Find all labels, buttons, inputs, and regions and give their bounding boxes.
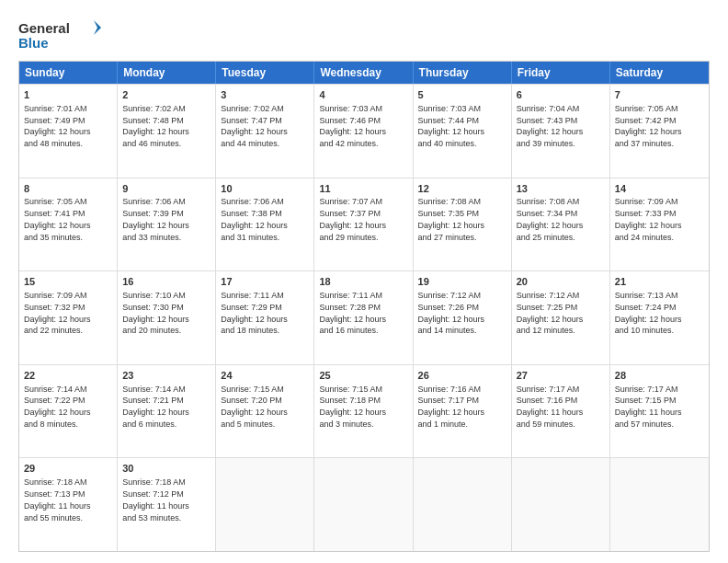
cell-info: Daylight: 12 hours	[615, 221, 682, 230]
day-number: 6	[517, 88, 605, 102]
cell-info: and 14 minutes.	[418, 326, 477, 335]
cell-info: Daylight: 12 hours	[122, 127, 189, 136]
cell-info: Daylight: 12 hours	[24, 127, 91, 136]
cell-info: and 44 minutes.	[221, 139, 279, 148]
cell-info: Daylight: 12 hours	[418, 408, 485, 417]
cell-info: Sunset: 7:29 PM	[221, 303, 282, 312]
cell-info: Sunset: 7:28 PM	[319, 303, 381, 312]
cell-info: Daylight: 12 hours	[319, 408, 386, 417]
day-number: 7	[615, 88, 704, 102]
day-number: 11	[319, 182, 407, 196]
cell-info: and 55 minutes.	[24, 513, 83, 523]
day-number: 27	[517, 369, 605, 383]
cell-info: Daylight: 12 hours	[24, 408, 91, 417]
day-number: 2	[122, 88, 210, 102]
cell-info: Sunset: 7:37 PM	[319, 209, 381, 218]
calendar-cell: 4Sunrise: 7:03 AMSunset: 7:46 PMDaylight…	[314, 85, 413, 178]
calendar-body: 1Sunrise: 7:01 AMSunset: 7:49 PMDaylight…	[19, 84, 709, 551]
cell-info: Sunrise: 7:08 AM	[517, 197, 580, 206]
day-number: 16	[122, 275, 210, 289]
svg-text:General: General	[18, 20, 70, 36]
cell-info: and 53 minutes.	[122, 513, 181, 523]
cell-info: Sunrise: 7:17 AM	[615, 385, 678, 394]
calendar-cell: 22Sunrise: 7:14 AMSunset: 7:22 PMDayligh…	[19, 365, 118, 458]
cell-info: Daylight: 11 hours	[517, 408, 584, 417]
cell-info: Daylight: 12 hours	[221, 221, 288, 230]
day-number: 8	[24, 182, 112, 196]
cell-info: Sunrise: 7:14 AM	[24, 385, 87, 394]
cell-info: Daylight: 12 hours	[319, 315, 386, 324]
cell-info: Sunset: 7:49 PM	[24, 116, 85, 125]
calendar-cell: 25Sunrise: 7:15 AMSunset: 7:18 PMDayligh…	[314, 365, 413, 458]
day-number: 13	[517, 182, 605, 196]
cell-info: Sunset: 7:17 PM	[418, 396, 480, 405]
cell-info: Sunset: 7:20 PM	[221, 396, 282, 405]
calendar-cell: 2Sunrise: 7:02 AMSunset: 7:48 PMDaylight…	[118, 85, 216, 178]
cell-info: Daylight: 11 hours	[24, 501, 91, 511]
day-number: 1	[24, 88, 112, 102]
cell-info: Sunset: 7:22 PM	[24, 396, 85, 405]
cell-info: Sunrise: 7:12 AM	[517, 291, 580, 300]
cell-info: Daylight: 12 hours	[517, 315, 584, 324]
day-number: 4	[319, 88, 407, 102]
cell-info: Daylight: 12 hours	[221, 408, 288, 417]
calendar-cell: 7Sunrise: 7:05 AMSunset: 7:42 PMDaylight…	[610, 85, 709, 178]
cell-info: Sunset: 7:18 PM	[319, 396, 381, 405]
cell-info: Sunset: 7:35 PM	[418, 209, 480, 218]
calendar-cell: 15Sunrise: 7:09 AMSunset: 7:32 PMDayligh…	[19, 271, 118, 364]
cell-info: and 37 minutes.	[615, 139, 674, 148]
day-number: 14	[615, 182, 704, 196]
cell-info: Sunset: 7:30 PM	[122, 303, 184, 312]
cell-info: Sunset: 7:33 PM	[615, 209, 677, 218]
cell-info: Sunrise: 7:09 AM	[24, 291, 87, 300]
calendar-row: 1Sunrise: 7:01 AMSunset: 7:49 PMDaylight…	[19, 84, 709, 178]
cell-info: Sunset: 7:41 PM	[24, 209, 85, 218]
calendar: SundayMondayTuesdayWednesdayThursdayFrid…	[18, 61, 710, 552]
day-number: 19	[418, 275, 506, 289]
cell-info: Sunrise: 7:05 AM	[615, 104, 678, 113]
cell-info: and 24 minutes.	[615, 233, 674, 242]
calendar-cell: 5Sunrise: 7:03 AMSunset: 7:44 PMDaylight…	[414, 85, 512, 178]
logo-icon: General Blue	[18, 17, 101, 52]
cell-info: Sunrise: 7:03 AM	[319, 104, 382, 113]
day-number: 26	[418, 369, 506, 383]
cell-info: Sunset: 7:46 PM	[319, 116, 381, 125]
calendar-cell: 28Sunrise: 7:17 AMSunset: 7:15 PMDayligh…	[610, 365, 709, 458]
calendar-row: 8Sunrise: 7:05 AMSunset: 7:41 PMDaylight…	[19, 178, 709, 271]
calendar-cell: 16Sunrise: 7:10 AMSunset: 7:30 PMDayligh…	[118, 271, 216, 364]
cell-info: and 39 minutes.	[517, 139, 575, 148]
cell-info: Daylight: 11 hours	[615, 408, 682, 417]
cell-info: and 1 minute.	[418, 419, 469, 429]
cell-info: Sunrise: 7:18 AM	[24, 477, 87, 487]
cell-info: Sunset: 7:39 PM	[122, 209, 184, 218]
cell-info: and 57 minutes.	[615, 419, 674, 429]
cell-info: Sunrise: 7:06 AM	[221, 197, 284, 206]
cell-info: Daylight: 12 hours	[122, 315, 189, 324]
calendar-cell: 9Sunrise: 7:06 AMSunset: 7:39 PMDaylight…	[118, 178, 216, 271]
cell-info: and 29 minutes.	[319, 233, 378, 242]
calendar-cell	[314, 458, 413, 551]
cell-info: Sunrise: 7:05 AM	[24, 197, 87, 206]
cell-info: Sunset: 7:47 PM	[221, 116, 282, 125]
cell-info: and 35 minutes.	[24, 233, 83, 242]
cell-info: Sunrise: 7:02 AM	[122, 104, 186, 113]
day-number: 15	[24, 275, 112, 289]
cell-info: and 59 minutes.	[517, 419, 575, 429]
cell-info: Sunrise: 7:15 AM	[221, 385, 284, 394]
calendar-cell	[512, 458, 610, 551]
day-number: 9	[122, 182, 210, 196]
calendar-header-cell: Saturday	[610, 62, 709, 84]
cell-info: and 6 minutes.	[122, 419, 176, 429]
day-number: 28	[615, 369, 704, 383]
calendar-cell: 10Sunrise: 7:06 AMSunset: 7:38 PMDayligh…	[216, 178, 314, 271]
cell-info: Daylight: 12 hours	[24, 221, 91, 230]
calendar-cell: 30Sunrise: 7:18 AMSunset: 7:12 PMDayligh…	[118, 458, 216, 551]
cell-info: Sunset: 7:32 PM	[24, 303, 85, 312]
cell-info: Sunrise: 7:11 AM	[319, 291, 382, 300]
calendar-header-cell: Wednesday	[314, 62, 413, 84]
calendar-header: SundayMondayTuesdayWednesdayThursdayFrid…	[19, 62, 709, 84]
calendar-cell: 23Sunrise: 7:14 AMSunset: 7:21 PMDayligh…	[118, 365, 216, 458]
cell-info: and 40 minutes.	[418, 139, 477, 148]
cell-info: Daylight: 12 hours	[24, 315, 91, 324]
cell-info: Sunset: 7:48 PM	[122, 116, 184, 125]
